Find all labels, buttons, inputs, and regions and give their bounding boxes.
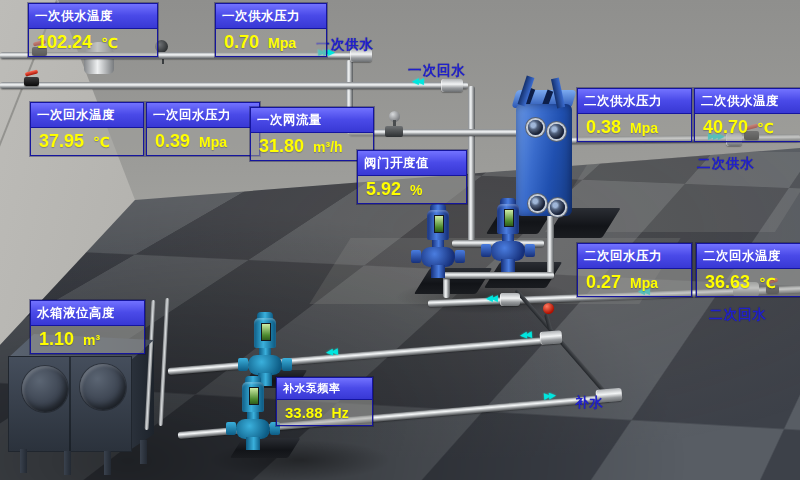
gauge-secondary-supply-temperature: 二次供水温度 40.70℃: [694, 88, 800, 142]
gauge-title: 二次供水温度: [695, 89, 800, 114]
gauge-makeup-pump-frequency: 补水泵频率 33.88Hz: [276, 377, 373, 426]
tank-leg: [140, 440, 147, 464]
gauge-primary-return-pressure: 一次回水压力 0.39Mpa: [146, 102, 260, 156]
valve-primary-return[interactable]: [24, 77, 39, 86]
gauge-primary-supply-temperature: 一次供水温度 102.24℃: [28, 3, 158, 57]
pump-sight-glass: [504, 209, 514, 227]
pipe-coupling: [441, 79, 463, 92]
gauge-value: 0.39Mpa: [147, 128, 259, 155]
circulation-pump-1[interactable]: [419, 204, 457, 280]
gauge-title: 阀门开度值: [358, 151, 466, 176]
gauge-title: 补水泵频率: [277, 378, 372, 400]
gauge-secondary-return-temperature: 二次回水温度 36.63℃: [696, 243, 800, 297]
flow-arrow-right-icon: ▶▶: [544, 390, 555, 401]
gauge-value: 40.70℃: [695, 114, 800, 141]
pipe-coupling: [500, 293, 520, 306]
pump-sight-glass: [434, 215, 444, 233]
pump-sight-glass: [261, 323, 271, 341]
pipe-primary-return-drop: [468, 86, 475, 244]
gauge-value: 33.88Hz: [277, 400, 372, 425]
pipe-label-secondary-return: 二次回水: [709, 306, 767, 324]
hx-port: [528, 120, 543, 135]
flow-arrow-left-icon: ◀◀: [486, 293, 496, 303]
gauge-title: 一次供水压力: [216, 4, 326, 29]
tank-dished-end: [80, 364, 126, 410]
hmi-screen: ▶▶▶ ◀◀ ▶▶▶ ◀◀ ◀◀ ◀◀ ◀◀ ▶▶: [0, 0, 800, 480]
gauge-primary-return-temperature: 一次回水温度 37.95℃: [30, 102, 144, 156]
control-valve[interactable]: [385, 126, 403, 137]
gauge-value: 0.38Mpa: [578, 114, 691, 141]
pipe-coupling: [539, 330, 562, 345]
gauge-value: 31.80m³/h: [251, 133, 373, 160]
tank-leg: [104, 451, 111, 475]
pipe-primary-return: [0, 82, 468, 89]
gauge-title: 水箱液位高度: [31, 301, 144, 326]
hx-port: [549, 124, 564, 139]
gauge-title: 一次回水压力: [147, 103, 259, 128]
gauge-title: 一次回水温度: [31, 103, 143, 128]
pipe-hx-primary-feed: [349, 129, 523, 136]
flow-arrow-left-icon: ◀◀: [520, 329, 531, 340]
gauge-title: 一次供水温度: [29, 4, 157, 29]
gauge-tank-level: 水箱液位高度 1.10m³: [30, 300, 145, 354]
gauge-value: 1.10m³: [31, 326, 144, 353]
gauge-primary-supply-pressure: 一次供水压力 0.70Mpa: [215, 3, 327, 57]
gauge-primary-network-flow: 一次网流量 31.80m³/h: [250, 107, 374, 161]
gauge-secondary-supply-pressure: 二次供水压力 0.38Mpa: [577, 88, 692, 142]
gauge-value: 5.92%: [358, 176, 466, 203]
hx-port: [550, 200, 565, 215]
gauge-value: 0.27Mpa: [578, 269, 691, 296]
gauge-title: 二次回水压力: [578, 244, 691, 269]
hx-port: [530, 196, 545, 211]
gauge-title: 二次回水温度: [697, 244, 800, 269]
pipe-label-primary-return: 一次回水: [408, 62, 466, 80]
circulation-pump-2[interactable]: [489, 198, 527, 274]
pipe-label-secondary-supply: 二次供水: [697, 155, 755, 173]
pump-sight-glass: [249, 387, 259, 405]
gauge-value: 36.63℃: [697, 269, 800, 296]
tank-leg: [64, 451, 71, 475]
gauge-title: 一次网流量: [251, 108, 373, 133]
tank-leg: [20, 449, 27, 473]
gauge-title: 二次供水压力: [578, 89, 691, 114]
valve-makeup-riser[interactable]: [543, 303, 554, 314]
gauge-value: 0.70Mpa: [216, 29, 326, 56]
tank-dished-end: [22, 366, 68, 412]
gauge-value: 37.95℃: [31, 128, 143, 155]
gauge-value: 102.24℃: [29, 29, 157, 56]
tank-panel-seam: [69, 357, 71, 451]
gauge-secondary-return-pressure: 二次回水压力 0.27Mpa: [577, 243, 692, 297]
pipe-label-makeup-water: 补水: [575, 394, 604, 412]
makeup-pump-2[interactable]: [234, 376, 272, 452]
gauge-valve-opening: 阀门开度值 5.92%: [357, 150, 467, 204]
flow-arrow-left-icon: ◀◀: [326, 346, 337, 357]
